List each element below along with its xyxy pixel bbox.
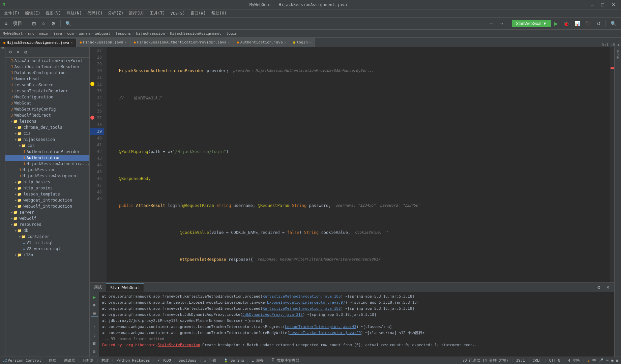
- breadcrumb-main[interactable]: main: [39, 31, 49, 36]
- log-link-error[interactable]: StaleStateException: [158, 343, 200, 347]
- console-tab-console[interactable]: ≣: [91, 310, 98, 317]
- log-link-7[interactable]: LessonTrackerInterceptor.java:29: [289, 331, 361, 335]
- console-run-btn[interactable]: ▶: [91, 294, 98, 301]
- menu-run[interactable]: 运行(U): [126, 10, 147, 17]
- tab-login[interactable]: ▣ login ✕: [290, 38, 315, 47]
- tree-item-webgoat-intro[interactable]: ▶ 📁 webgoat_introduction: [5, 197, 89, 203]
- sidebar-collapse[interactable]: ≡: [15, 49, 21, 56]
- left-panel-structure[interactable]: 结构: [0, 50, 6, 53]
- tree-item-server[interactable]: ▶ 📁 server: [5, 209, 89, 215]
- tree-item-container[interactable]: ▼ 📁 container: [5, 234, 89, 240]
- tree-item-i18n[interactable]: ▶ 📁 i18n: [5, 252, 89, 258]
- tree-item-hijacksessionassignment-file[interactable]: J HijackSessionAssignment: [5, 173, 89, 179]
- tree-item-webgoat[interactable]: J WebGoat: [5, 100, 89, 106]
- tab-authentication[interactable]: ● Authentication.java ✕: [234, 38, 290, 47]
- tree-item-cia[interactable]: ▶ 📁 cia: [5, 130, 89, 136]
- tab-close-4[interactable]: ✕: [284, 40, 286, 44]
- menu-help[interactable]: 帮助(H): [209, 10, 230, 17]
- console-scroll-down[interactable]: ↓: [91, 332, 98, 339]
- console-filter[interactable]: ≡: [91, 348, 98, 355]
- tab-hijacksessionauth[interactable]: ● HijackSessionAuthenticationProvider.ja…: [130, 38, 234, 47]
- menu-navigate[interactable]: 导航(N): [64, 10, 85, 17]
- log-link-2[interactable]: ExposeInvocationInterceptor.java:97: [267, 300, 345, 305]
- status-spotbugs[interactable]: SpotBugs: [179, 358, 197, 363]
- status-crlf[interactable]: CRLF: [533, 358, 542, 363]
- tab-close-1[interactable]: ✕: [70, 41, 72, 44]
- tab-close-3[interactable]: ✕: [228, 40, 230, 44]
- tab-startwebgoat[interactable]: StartWebGoat: [106, 283, 144, 292]
- tree-item-resources[interactable]: ▼ 📁 resources: [5, 221, 89, 228]
- status-indent[interactable]: 4 空格: [568, 358, 580, 363]
- tab-close-5[interactable]: ✕: [309, 40, 311, 44]
- tree-item-chrome[interactable]: ▶ 📁 chrome_dev_tools: [5, 124, 89, 130]
- status-git-info[interactable]: ↓0 已调试 (4 分钟 之前): [462, 358, 508, 363]
- tree-item-websecurity[interactable]: J WebSecurityConfig: [5, 106, 89, 112]
- status-todo[interactable]: ✔ TODO: [157, 358, 171, 363]
- console-clear[interactable]: 🗑: [91, 340, 98, 347]
- status-charset[interactable]: UTF-8: [549, 358, 560, 363]
- run-button[interactable]: ▶: [552, 20, 560, 28]
- run-config-selector[interactable]: StartWebGoat ▼: [512, 20, 551, 27]
- tree-item-hijacksession-file[interactable]: J HijackSession: [5, 167, 89, 173]
- bottom-close-btn[interactable]: ✕: [604, 284, 612, 291]
- status-python[interactable]: Python Packages: [116, 358, 150, 363]
- settings-button[interactable]: ⚙: [49, 20, 58, 28]
- forward-button[interactable]: →: [497, 20, 506, 28]
- minimize-button[interactable]: –: [589, 1, 597, 8]
- bottom-settings-btn[interactable]: ⚙: [595, 284, 603, 291]
- status-issues[interactable]: ⚠ 问题: [204, 358, 216, 363]
- tree-item-hijackauth[interactable]: J HijackSessionAuthentica...: [5, 161, 89, 167]
- left-panel-bookmarks[interactable]: 书签: [0, 47, 6, 50]
- breadcrumb-lessons[interactable]: lessons: [115, 31, 131, 36]
- tree-item-http-basics[interactable]: ▶ 📁 http_basics: [5, 179, 89, 185]
- menu-window[interactable]: 窗口(W): [188, 10, 209, 17]
- log-link-1[interactable]: ReflectiveMethodInvocation.java:186: [263, 294, 341, 299]
- tree-item-v1sql[interactable]: ≡ V1_init.sql: [5, 240, 89, 246]
- maximize-button[interactable]: □: [599, 1, 607, 8]
- console-scroll-up[interactable]: ↑: [91, 324, 98, 331]
- log-link-6[interactable]: LessonTrackerInterceptor.java:43: [285, 325, 356, 329]
- breadcrumb-assignment[interactable]: HijackSessionAssignment: [170, 31, 221, 36]
- breadcrumb-login[interactable]: login: [226, 31, 237, 36]
- tree-item-authentication[interactable]: J Authentication: [5, 155, 89, 161]
- stop-button[interactable]: ⬛: [584, 20, 593, 28]
- tree-item-lessondatasource[interactable]: J LessonDataSource: [5, 82, 89, 88]
- status-spring[interactable]: 🍃 Spring: [224, 358, 244, 363]
- find-button[interactable]: 🔍: [609, 20, 618, 28]
- tree-item-ajaxauth[interactable]: J AjaxAuthenticationEntryPoint: [5, 58, 89, 64]
- tree-item-hijacksession-folder[interactable]: ▼ 📁 hijacksession: [5, 136, 89, 143]
- bookmark-button[interactable]: ☆: [39, 20, 48, 28]
- tab-close-2[interactable]: ✕: [125, 40, 127, 44]
- search-button[interactable]: 🔍: [63, 20, 73, 28]
- status-lang-zh[interactable]: 中: [592, 358, 596, 363]
- tab-hijacksessionassignment[interactable]: ● HijackSessionAssignment.java ✕: [0, 38, 77, 47]
- tree-item-cas-folder[interactable]: ▼ 📁 cas: [5, 143, 89, 149]
- menu-code[interactable]: 代码(C): [85, 10, 106, 17]
- breadcrumb-src[interactable]: src: [28, 31, 34, 36]
- tree-item-webwolf[interactable]: ▶ 📁 webwolf: [5, 215, 89, 221]
- breadcrumb-wanan[interactable]: wanan: [79, 31, 90, 36]
- menu-vcs[interactable]: VCS(S): [168, 10, 188, 17]
- menu-view[interactable]: 视图(V): [43, 10, 64, 17]
- sidebar-refresh[interactable]: ↺: [7, 49, 14, 56]
- tree-item-lesson-template[interactable]: ▶ 📁 lesson_template: [5, 191, 89, 197]
- menu-analyze[interactable]: 分析(Z): [105, 10, 126, 17]
- tree-item-hammerhead[interactable]: J HammerHead: [5, 76, 89, 82]
- tree-item-lessons-folder[interactable]: ▼ 📁 lessons: [5, 118, 89, 124]
- tree-item-asciidoctor[interactable]: J AsciiDoctorTemplateResolver: [5, 64, 89, 70]
- log-link-3[interactable]: ReflectiveMethodInvocation.java:186: [263, 306, 341, 311]
- tree-item-http-proxies[interactable]: ▶ 📁 http_proxies: [5, 185, 89, 191]
- back-button[interactable]: ←: [487, 20, 496, 28]
- profile-button[interactable]: 📊: [572, 20, 582, 28]
- breadcrumb-webgoat[interactable]: webgoat: [95, 31, 110, 36]
- tab-hijacksession[interactable]: ● HijackSession.java ✕: [77, 38, 130, 47]
- status-terminal[interactable]: 终端: [49, 358, 56, 363]
- reload-button[interactable]: ↺: [595, 20, 603, 28]
- breadcrumb-com[interactable]: com: [67, 31, 74, 36]
- menu-file[interactable]: 文件(F): [1, 10, 22, 17]
- breadcrumb-java[interactable]: java: [53, 31, 62, 36]
- menu-tools[interactable]: 工具(T): [147, 10, 168, 17]
- structure-button[interactable]: ⊞: [30, 20, 38, 28]
- status-debug[interactable]: 调试器: [64, 358, 75, 363]
- debug-button[interactable]: 🐞: [561, 20, 571, 28]
